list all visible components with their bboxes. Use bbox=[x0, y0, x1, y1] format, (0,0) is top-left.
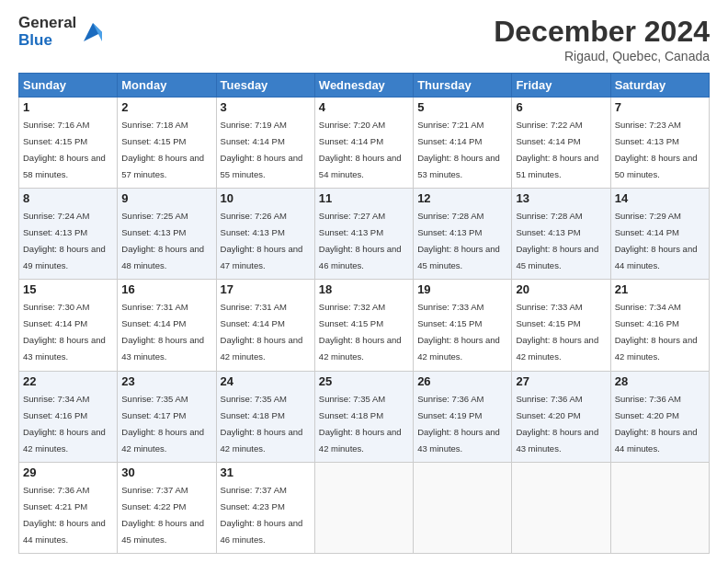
header-cell-sunday: Sunday bbox=[19, 74, 118, 98]
header-cell-monday: Monday bbox=[118, 74, 216, 98]
day-cell: 20Sunrise: 7:33 AMSunset: 4:15 PMDayligh… bbox=[512, 280, 610, 371]
day-cell: 8Sunrise: 7:24 AMSunset: 4:13 PMDaylight… bbox=[19, 189, 118, 280]
day-number: 15 bbox=[23, 282, 113, 296]
day-cell: 29Sunrise: 7:36 AMSunset: 4:21 PMDayligh… bbox=[19, 462, 118, 553]
day-cell bbox=[512, 462, 610, 553]
day-cell bbox=[414, 462, 512, 553]
day-cell: 5Sunrise: 7:21 AMSunset: 4:14 PMDaylight… bbox=[414, 98, 512, 189]
day-number: 10 bbox=[221, 191, 311, 205]
day-number: 5 bbox=[417, 100, 507, 114]
day-cell: 21Sunrise: 7:34 AMSunset: 4:16 PMDayligh… bbox=[610, 280, 709, 371]
header-cell-tuesday: Tuesday bbox=[216, 74, 314, 98]
logo-general: General bbox=[18, 15, 76, 32]
day-cell: 4Sunrise: 7:20 AMSunset: 4:14 PMDaylight… bbox=[314, 98, 413, 189]
day-cell: 16Sunrise: 7:31 AMSunset: 4:14 PMDayligh… bbox=[118, 280, 216, 371]
day-info: Sunrise: 7:36 AMSunset: 4:20 PMDaylight:… bbox=[615, 394, 698, 454]
day-number: 12 bbox=[417, 191, 507, 205]
header-cell-wednesday: Wednesday bbox=[314, 74, 413, 98]
day-cell: 2Sunrise: 7:18 AMSunset: 4:15 PMDaylight… bbox=[118, 98, 216, 189]
logo: General Blue bbox=[18, 15, 106, 49]
day-info: Sunrise: 7:28 AMSunset: 4:13 PMDaylight:… bbox=[417, 211, 500, 270]
day-cell: 24Sunrise: 7:35 AMSunset: 4:18 PMDayligh… bbox=[216, 371, 314, 462]
day-number: 2 bbox=[121, 100, 211, 114]
day-number: 25 bbox=[319, 374, 409, 388]
day-info: Sunrise: 7:27 AMSunset: 4:13 PMDaylight:… bbox=[319, 211, 402, 270]
calendar-body: 1Sunrise: 7:16 AMSunset: 4:15 PMDaylight… bbox=[19, 98, 710, 554]
day-info: Sunrise: 7:37 AMSunset: 4:23 PMDaylight:… bbox=[221, 485, 303, 545]
day-cell: 12Sunrise: 7:28 AMSunset: 4:13 PMDayligh… bbox=[414, 189, 512, 280]
day-number: 29 bbox=[23, 465, 113, 479]
day-cell: 18Sunrise: 7:32 AMSunset: 4:15 PMDayligh… bbox=[314, 280, 413, 371]
week-row-4: 22Sunrise: 7:34 AMSunset: 4:16 PMDayligh… bbox=[19, 371, 710, 462]
day-info: Sunrise: 7:33 AMSunset: 4:15 PMDaylight:… bbox=[516, 302, 598, 362]
day-cell: 11Sunrise: 7:27 AMSunset: 4:13 PMDayligh… bbox=[314, 189, 413, 280]
day-cell: 15Sunrise: 7:30 AMSunset: 4:14 PMDayligh… bbox=[19, 280, 118, 371]
day-cell: 3Sunrise: 7:19 AMSunset: 4:14 PMDaylight… bbox=[216, 98, 314, 189]
week-row-3: 15Sunrise: 7:30 AMSunset: 4:14 PMDayligh… bbox=[19, 280, 710, 371]
day-info: Sunrise: 7:30 AMSunset: 4:14 PMDaylight:… bbox=[23, 302, 106, 362]
day-info: Sunrise: 7:16 AMSunset: 4:15 PMDaylight:… bbox=[23, 120, 106, 179]
calendar-header-row: SundayMondayTuesdayWednesdayThursdayFrid… bbox=[19, 74, 710, 98]
day-info: Sunrise: 7:36 AMSunset: 4:19 PMDaylight:… bbox=[417, 394, 500, 454]
day-number: 30 bbox=[121, 465, 211, 479]
day-cell: 27Sunrise: 7:36 AMSunset: 4:20 PMDayligh… bbox=[512, 371, 610, 462]
day-cell: 25Sunrise: 7:35 AMSunset: 4:18 PMDayligh… bbox=[314, 371, 413, 462]
day-number: 1 bbox=[23, 100, 113, 114]
day-number: 27 bbox=[516, 374, 606, 388]
day-info: Sunrise: 7:26 AMSunset: 4:13 PMDaylight:… bbox=[221, 211, 303, 270]
day-number: 28 bbox=[615, 374, 705, 388]
day-number: 31 bbox=[221, 465, 311, 479]
day-number: 9 bbox=[121, 191, 211, 205]
title-location: Rigaud, Quebec, Canada bbox=[494, 49, 710, 63]
day-cell: 17Sunrise: 7:31 AMSunset: 4:14 PMDayligh… bbox=[216, 280, 314, 371]
day-number: 13 bbox=[516, 191, 606, 205]
day-number: 20 bbox=[516, 282, 606, 296]
day-info: Sunrise: 7:37 AMSunset: 4:22 PMDaylight:… bbox=[121, 485, 204, 545]
day-info: Sunrise: 7:25 AMSunset: 4:13 PMDaylight:… bbox=[121, 211, 204, 270]
day-cell: 1Sunrise: 7:16 AMSunset: 4:15 PMDaylight… bbox=[19, 98, 118, 189]
day-cell: 26Sunrise: 7:36 AMSunset: 4:19 PMDayligh… bbox=[414, 371, 512, 462]
day-number: 26 bbox=[417, 374, 507, 388]
day-info: Sunrise: 7:31 AMSunset: 4:14 PMDaylight:… bbox=[121, 302, 204, 362]
day-info: Sunrise: 7:34 AMSunset: 4:16 PMDaylight:… bbox=[23, 394, 106, 454]
week-row-1: 1Sunrise: 7:16 AMSunset: 4:15 PMDaylight… bbox=[19, 98, 710, 189]
day-cell: 23Sunrise: 7:35 AMSunset: 4:17 PMDayligh… bbox=[118, 371, 216, 462]
day-cell: 13Sunrise: 7:28 AMSunset: 4:13 PMDayligh… bbox=[512, 189, 610, 280]
day-cell bbox=[610, 462, 709, 553]
day-number: 4 bbox=[319, 100, 409, 114]
day-info: Sunrise: 7:35 AMSunset: 4:17 PMDaylight:… bbox=[121, 394, 204, 454]
day-number: 22 bbox=[23, 374, 113, 388]
day-cell: 31Sunrise: 7:37 AMSunset: 4:23 PMDayligh… bbox=[216, 462, 314, 553]
day-info: Sunrise: 7:33 AMSunset: 4:15 PMDaylight:… bbox=[417, 302, 500, 362]
day-cell: 30Sunrise: 7:37 AMSunset: 4:22 PMDayligh… bbox=[118, 462, 216, 553]
week-row-2: 8Sunrise: 7:24 AMSunset: 4:13 PMDaylight… bbox=[19, 189, 710, 280]
day-cell: 14Sunrise: 7:29 AMSunset: 4:14 PMDayligh… bbox=[610, 189, 709, 280]
day-number: 21 bbox=[615, 282, 705, 296]
day-cell: 22Sunrise: 7:34 AMSunset: 4:16 PMDayligh… bbox=[19, 371, 118, 462]
day-cell: 9Sunrise: 7:25 AMSunset: 4:13 PMDaylight… bbox=[118, 189, 216, 280]
day-cell: 7Sunrise: 7:23 AMSunset: 4:13 PMDaylight… bbox=[610, 98, 709, 189]
day-info: Sunrise: 7:23 AMSunset: 4:13 PMDaylight:… bbox=[615, 120, 698, 179]
day-number: 7 bbox=[615, 100, 705, 114]
day-cell: 6Sunrise: 7:22 AMSunset: 4:14 PMDaylight… bbox=[512, 98, 610, 189]
day-number: 18 bbox=[319, 282, 409, 296]
day-info: Sunrise: 7:32 AMSunset: 4:15 PMDaylight:… bbox=[319, 302, 402, 362]
day-number: 6 bbox=[516, 100, 606, 114]
day-number: 11 bbox=[319, 191, 409, 205]
title-area: December 2024 Rigaud, Quebec, Canada bbox=[494, 15, 710, 63]
day-info: Sunrise: 7:24 AMSunset: 4:13 PMDaylight:… bbox=[23, 211, 106, 270]
day-info: Sunrise: 7:35 AMSunset: 4:18 PMDaylight:… bbox=[221, 394, 303, 454]
day-cell: 19Sunrise: 7:33 AMSunset: 4:15 PMDayligh… bbox=[414, 280, 512, 371]
day-info: Sunrise: 7:21 AMSunset: 4:14 PMDaylight:… bbox=[417, 120, 500, 179]
day-number: 3 bbox=[221, 100, 311, 114]
day-number: 16 bbox=[121, 282, 211, 296]
day-info: Sunrise: 7:18 AMSunset: 4:15 PMDaylight:… bbox=[121, 120, 204, 179]
header: General Blue December 2024 Rigaud, Quebe… bbox=[18, 15, 710, 63]
day-info: Sunrise: 7:36 AMSunset: 4:20 PMDaylight:… bbox=[516, 394, 598, 454]
page: General Blue December 2024 Rigaud, Quebe… bbox=[0, 0, 728, 563]
day-info: Sunrise: 7:20 AMSunset: 4:14 PMDaylight:… bbox=[319, 120, 402, 179]
day-cell bbox=[314, 462, 413, 553]
day-cell: 10Sunrise: 7:26 AMSunset: 4:13 PMDayligh… bbox=[216, 189, 314, 280]
day-number: 8 bbox=[23, 191, 113, 205]
day-info: Sunrise: 7:34 AMSunset: 4:16 PMDaylight:… bbox=[615, 302, 698, 362]
